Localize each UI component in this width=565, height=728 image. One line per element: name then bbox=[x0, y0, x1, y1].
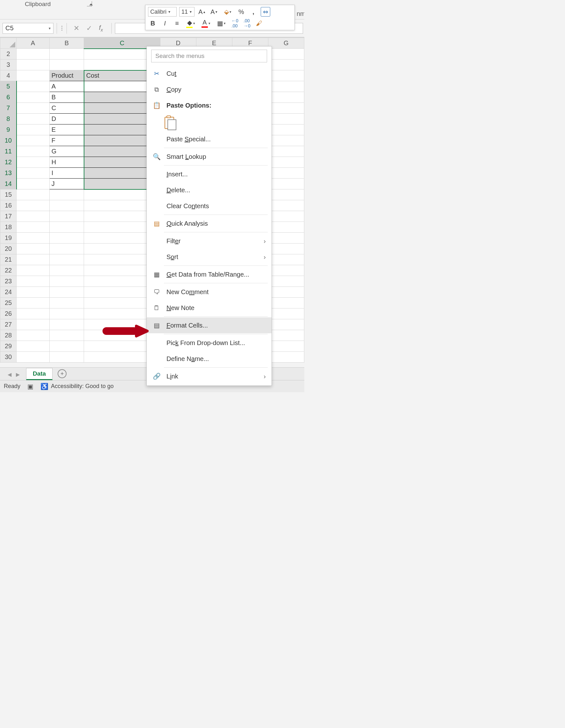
borders-icon[interactable]: ▦▾ bbox=[215, 18, 228, 28]
menu-smart-lookup[interactable]: 🔍 Smart Lookup bbox=[147, 149, 272, 165]
italic-icon[interactable]: I bbox=[160, 18, 170, 28]
row-header[interactable]: 26 bbox=[0, 308, 17, 319]
row-header[interactable]: 10 bbox=[0, 135, 17, 146]
cell[interactable]: G bbox=[49, 146, 84, 157]
cell[interactable] bbox=[268, 168, 304, 179]
row-header[interactable]: 21 bbox=[0, 254, 17, 265]
menu-cut[interactable]: ✂ CutCut bbox=[147, 66, 272, 81]
menu-filter[interactable]: Filter › bbox=[147, 233, 272, 249]
cell[interactable] bbox=[268, 49, 304, 60]
menu-sort[interactable]: Sort › bbox=[147, 249, 272, 265]
cancel-icon[interactable]: ✕ bbox=[70, 23, 83, 34]
cell[interactable] bbox=[268, 135, 304, 146]
row-header[interactable]: 19 bbox=[0, 233, 17, 244]
cell[interactable] bbox=[268, 352, 304, 363]
cell[interactable] bbox=[49, 308, 84, 319]
cell[interactable] bbox=[17, 211, 50, 222]
cell[interactable] bbox=[17, 265, 50, 276]
accept-icon[interactable]: ✓ bbox=[83, 23, 95, 34]
chevron-left-icon[interactable]: ◀ bbox=[8, 371, 11, 378]
cell[interactable] bbox=[268, 114, 304, 124]
row-header[interactable]: 14 bbox=[0, 179, 17, 189]
cell[interactable] bbox=[17, 276, 50, 287]
menu-new-comment[interactable]: 🗨 New Comment bbox=[147, 284, 272, 300]
menu-paste-special[interactable]: Paste Special... bbox=[147, 131, 272, 147]
macro-record-icon[interactable]: ▣ bbox=[27, 383, 33, 390]
cell[interactable] bbox=[49, 330, 84, 341]
cell[interactable] bbox=[268, 60, 304, 70]
row-header[interactable]: 28 bbox=[0, 330, 17, 341]
cell[interactable] bbox=[17, 81, 50, 92]
cell[interactable] bbox=[17, 49, 50, 60]
cell[interactable] bbox=[17, 341, 50, 352]
cell[interactable] bbox=[17, 157, 50, 168]
cell[interactable]: A bbox=[49, 81, 84, 92]
chevron-right-icon[interactable]: ▶ bbox=[16, 371, 20, 378]
cell[interactable] bbox=[268, 341, 304, 352]
cell[interactable] bbox=[49, 265, 84, 276]
cell[interactable] bbox=[49, 49, 84, 60]
row-header[interactable]: 6 bbox=[0, 92, 17, 103]
cell[interactable] bbox=[268, 200, 304, 211]
row-header[interactable]: 27 bbox=[0, 319, 17, 330]
cell[interactable] bbox=[17, 70, 50, 81]
clipboard-dialog-launcher-icon[interactable] bbox=[87, 1, 92, 6]
cell[interactable] bbox=[49, 189, 84, 200]
cell[interactable] bbox=[17, 222, 50, 233]
cell[interactable] bbox=[17, 179, 50, 189]
cell[interactable] bbox=[268, 233, 304, 244]
decrease-decimal-icon[interactable]: .00→0 bbox=[242, 18, 252, 28]
row-header[interactable]: 17 bbox=[0, 211, 17, 222]
comma-icon[interactable]: , bbox=[249, 7, 258, 17]
cell[interactable]: Product bbox=[49, 70, 84, 81]
menu-get-data[interactable]: ▦ Get Data from Table/Range... bbox=[147, 266, 272, 282]
col-header[interactable]: B bbox=[49, 38, 84, 49]
percent-icon[interactable]: % bbox=[237, 7, 246, 17]
cell[interactable] bbox=[268, 222, 304, 233]
cell[interactable] bbox=[17, 189, 50, 200]
menu-new-note[interactable]: 🗒 New Note bbox=[147, 300, 272, 316]
cell[interactable] bbox=[268, 254, 304, 265]
cell[interactable] bbox=[49, 352, 84, 363]
cell[interactable] bbox=[17, 168, 50, 179]
cell[interactable] bbox=[268, 265, 304, 276]
row-header[interactable]: 30 bbox=[0, 352, 17, 363]
cell[interactable] bbox=[268, 189, 304, 200]
row-header[interactable]: 4 bbox=[0, 70, 17, 81]
row-header[interactable]: 5 bbox=[0, 81, 17, 92]
cell[interactable] bbox=[17, 287, 50, 298]
cell[interactable]: C bbox=[49, 103, 84, 114]
cell[interactable]: F bbox=[49, 135, 84, 146]
cell[interactable] bbox=[268, 179, 304, 189]
cell[interactable] bbox=[268, 330, 304, 341]
row-header[interactable]: 13 bbox=[0, 168, 17, 179]
col-header[interactable]: A bbox=[17, 38, 50, 49]
cell[interactable] bbox=[17, 254, 50, 265]
accounting-format-icon[interactable]: ⬙▾ bbox=[221, 7, 234, 17]
cell[interactable] bbox=[17, 308, 50, 319]
cell[interactable]: H bbox=[49, 157, 84, 168]
cell[interactable] bbox=[268, 276, 304, 287]
row-header[interactable]: 25 bbox=[0, 298, 17, 308]
cell[interactable] bbox=[49, 319, 84, 330]
paste-icon[interactable] bbox=[165, 116, 176, 129]
tab-nav[interactable]: ◀▶ bbox=[8, 371, 26, 380]
add-sheet-button[interactable]: + bbox=[58, 369, 67, 378]
select-all-corner[interactable] bbox=[0, 38, 17, 49]
menu-search-input[interactable]: Search the menus bbox=[151, 50, 267, 62]
cell[interactable] bbox=[49, 254, 84, 265]
row-header[interactable]: 9 bbox=[0, 124, 17, 135]
row-header[interactable]: 2 bbox=[0, 49, 17, 60]
cell[interactable] bbox=[49, 222, 84, 233]
cell[interactable] bbox=[268, 319, 304, 330]
decrease-font-icon[interactable]: A▾ bbox=[209, 7, 219, 17]
cell[interactable] bbox=[49, 276, 84, 287]
cell[interactable] bbox=[268, 157, 304, 168]
cell[interactable] bbox=[49, 211, 84, 222]
row-header[interactable]: 7 bbox=[0, 103, 17, 114]
cell[interactable] bbox=[17, 233, 50, 244]
align-icon[interactable]: ≡ bbox=[172, 18, 182, 28]
cell[interactable] bbox=[49, 298, 84, 308]
cell[interactable] bbox=[17, 200, 50, 211]
cell[interactable] bbox=[268, 124, 304, 135]
